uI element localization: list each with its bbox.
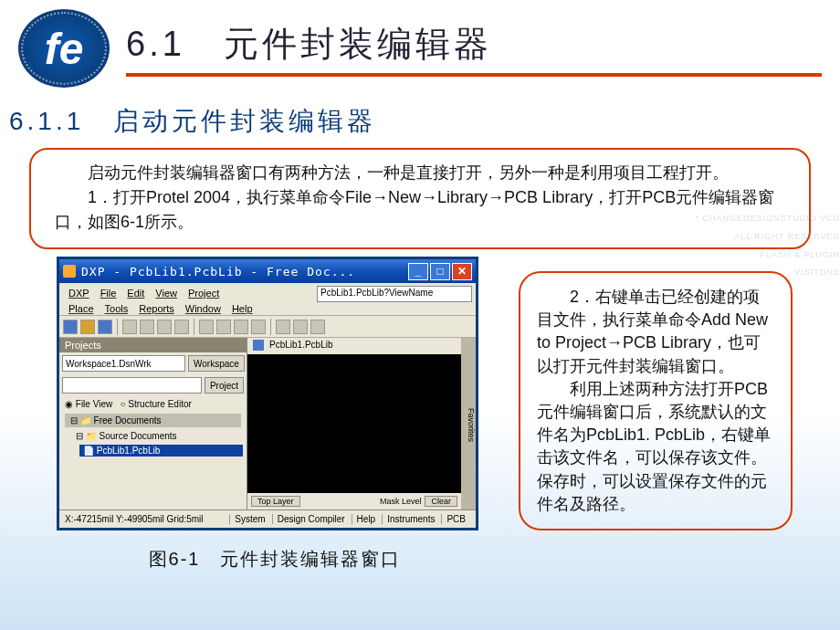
toolbar-icon[interactable] [174,320,189,334]
figure-caption: 图6-1 元件封装编辑器窗口 [71,547,478,572]
favorites-tab[interactable]: Favorites [461,338,476,509]
layer-bar: Top Layer Mask Level Clear [247,493,461,509]
project-input[interactable] [62,377,202,394]
toolbar-icon[interactable] [80,320,95,334]
menu-edit[interactable]: Edit [121,287,150,299]
project-row: Project [59,374,247,396]
toolbar-icon[interactable] [234,320,248,334]
window-titlebar: DXP - PcbLib1.PcbLib - Free Doc... _ □ ✕ [59,259,476,283]
clear-button[interactable]: Clear [425,496,457,507]
toolbar-sep [270,319,271,335]
menu-file[interactable]: File [95,287,122,299]
workspace-button[interactable]: Workspace [188,355,245,372]
menu-place[interactable]: Place [63,302,100,315]
menu-reports[interactable]: Reports [133,302,180,315]
logo-badge: fe [18,9,110,88]
radio-file-view[interactable]: ◉ File View [65,399,112,409]
toolbar-icon[interactable] [157,320,172,334]
intro-box: 启动元件封装编辑器窗口有两种方法，一种是直接打开，另外一种是利用项目工程打开。 … [29,148,811,249]
document-tab: PcbLib1.PcbLib [247,338,461,354]
toolbar [59,316,476,338]
source-documents-node[interactable]: ⊟ 📁 Source Documents [59,429,247,443]
toolbar-sep [117,319,118,335]
toolbar-icon[interactable] [98,320,112,334]
menu-project[interactable]: Project [183,287,225,299]
menu-window[interactable]: Window [180,302,226,315]
main-title: 6.1 元件封装编辑器 [126,21,822,68]
toolbar-icon[interactable] [251,320,266,334]
mask-level-label[interactable]: Mask Level [380,497,422,506]
toolbar-icon[interactable] [63,320,78,334]
menu-help[interactable]: Help [226,302,258,315]
side-box: 2．右键单击已经创建的项目文件，执行菜单命令Add New to Project… [519,271,793,530]
status-item[interactable]: Instruments [382,514,439,524]
pcb-name-box[interactable]: PcbLib1.PcbLib?ViewName [317,286,472,302]
projects-panel: Projects Workspace Project ◉ File View ○… [59,338,247,509]
title-row: 6.1 元件封装编辑器 [126,21,822,77]
radio-structure[interactable]: ○ Structure Editor [121,399,192,409]
slide-header: fe 6.1 元件封装编辑器 [0,0,840,88]
canvas-area[interactable]: PcbLib1.PcbLib Top Layer Mask Level Clea… [247,338,461,509]
workspace-row: Workspace [59,352,247,374]
toolbar-icon[interactable] [140,320,154,334]
minimize-button[interactable]: _ [408,263,428,280]
menu-tools[interactable]: Tools [100,302,134,315]
menu-view[interactable]: View [150,287,183,299]
coordinates: X:-47215mil Y:-49905mil Grid:5mil [65,514,227,524]
intro-p1: 启动元件封装编辑器窗口有两种方法，一种是直接打开，另外一种是利用项目工程打开。 [55,161,785,185]
status-item[interactable]: Help [352,514,381,524]
toolbar-sep [194,319,194,335]
status-item[interactable]: Design Compiler [272,514,350,524]
toolbar-icon[interactable] [216,320,231,334]
top-layer-tab[interactable]: Top Layer [251,496,300,507]
body-row: Projects Workspace Project ◉ File View ○… [59,338,476,509]
close-button[interactable]: ✕ [452,263,472,280]
window-buttons: _ □ ✕ [408,263,472,280]
menu-dxp[interactable]: DXP [63,287,95,299]
side-p2: 利用上述两种方法打开PCB元件编辑窗口后，系统默认的文件名为PcbLib1. P… [537,378,774,516]
pcb-file-node[interactable]: 📄 PcbLib1.PcbLib [79,445,243,457]
window-title: DXP - PcbLib1.PcbLib - Free Doc... [81,265,408,278]
projects-header: Projects [59,338,247,352]
workspace-input[interactable] [62,355,185,372]
toolbar-icon[interactable] [276,320,290,334]
toolbar-icon[interactable] [310,320,325,334]
status-item[interactable]: System [229,514,269,524]
app-icon [63,265,76,278]
view-radios: ◉ File View ○ Structure Editor [59,396,247,412]
menubar: DXP File Edit View Project PcbLib1.PcbLi… [59,283,476,316]
free-documents-node[interactable]: ⊟ 📁 Free Documents [65,414,241,427]
app-screenshot: DXP - PcbLib1.PcbLib - Free Doc... _ □ ✕… [57,257,478,530]
toolbar-icon[interactable] [122,320,137,334]
doc-tab-label[interactable]: PcbLib1.PcbLib [269,340,333,352]
logo-text: fe [45,24,84,74]
side-p1: 2．右键单击已经创建的项目文件，执行菜单命令Add New to Project… [537,286,774,378]
project-button[interactable]: Project [205,377,244,394]
intro-p2: 1．打开Protel 2004，执行菜单命令File→New→Library→P… [55,185,785,235]
status-item[interactable]: PCB [441,514,470,524]
doc-icon [253,340,264,351]
statusbar: X:-47215mil Y:-49905mil Grid:5mil System… [59,509,476,528]
toolbar-icon[interactable] [199,320,214,334]
section-subtitle: 6.1.1 启动元件封装编辑器 [9,104,840,139]
toolbar-icon[interactable] [293,320,308,334]
maximize-button[interactable]: □ [430,263,450,280]
